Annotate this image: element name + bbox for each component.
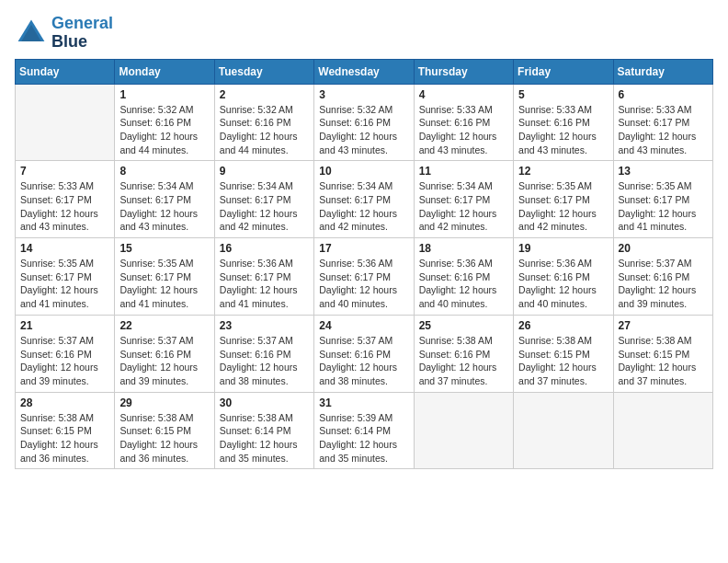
weekday-header-tuesday: Tuesday [214, 59, 313, 84]
calendar-cell: 21Sunrise: 5:37 AM Sunset: 6:16 PM Dayli… [16, 315, 115, 392]
calendar-cell: 22Sunrise: 5:37 AM Sunset: 6:16 PM Dayli… [115, 315, 214, 392]
cell-info: Sunrise: 5:33 AM Sunset: 6:17 PM Dayligh… [20, 179, 109, 234]
cell-info: Sunrise: 5:34 AM Sunset: 6:17 PM Dayligh… [319, 179, 408, 234]
weekday-header-sunday: Sunday [16, 59, 115, 84]
calendar-cell: 25Sunrise: 5:38 AM Sunset: 6:16 PM Dayli… [414, 315, 513, 392]
day-number: 19 [518, 242, 608, 255]
calendar-week-5: 28Sunrise: 5:38 AM Sunset: 6:15 PM Dayli… [16, 392, 713, 469]
calendar-cell: 19Sunrise: 5:36 AM Sunset: 6:16 PM Dayli… [514, 238, 613, 316]
cell-info: Sunrise: 5:38 AM Sunset: 6:14 PM Dayligh… [220, 411, 309, 465]
cell-info: Sunrise: 5:36 AM Sunset: 6:16 PM Dayligh… [419, 257, 508, 311]
cell-info: Sunrise: 5:37 AM Sunset: 6:16 PM Dayligh… [220, 334, 309, 388]
cell-info: Sunrise: 5:37 AM Sunset: 6:16 PM Dayligh… [20, 334, 109, 388]
calendar-cell [16, 84, 115, 161]
weekday-header-thursday: Thursday [414, 59, 513, 84]
calendar-week-2: 7Sunrise: 5:33 AM Sunset: 6:17 PM Daylig… [16, 161, 713, 238]
cell-info: Sunrise: 5:32 AM Sunset: 6:16 PM Dayligh… [319, 103, 408, 157]
day-number: 21 [20, 319, 109, 332]
day-number: 20 [619, 242, 708, 255]
cell-info: Sunrise: 5:34 AM Sunset: 6:17 PM Dayligh… [220, 179, 309, 234]
calendar-cell: 26Sunrise: 5:38 AM Sunset: 6:15 PM Dayli… [514, 315, 613, 392]
day-number: 16 [220, 242, 309, 255]
calendar-cell: 14Sunrise: 5:35 AM Sunset: 6:17 PM Dayli… [16, 238, 115, 316]
calendar-cell: 1Sunrise: 5:32 AM Sunset: 6:16 PM Daylig… [115, 84, 214, 161]
calendar-cell: 27Sunrise: 5:38 AM Sunset: 6:15 PM Dayli… [613, 315, 712, 392]
calendar-cell: 16Sunrise: 5:36 AM Sunset: 6:17 PM Dayli… [214, 238, 313, 316]
day-number: 7 [20, 165, 109, 178]
calendar-week-1: 1Sunrise: 5:32 AM Sunset: 6:16 PM Daylig… [16, 84, 713, 161]
calendar-cell: 28Sunrise: 5:38 AM Sunset: 6:15 PM Dayli… [16, 392, 115, 469]
day-number: 22 [119, 319, 209, 332]
cell-info: Sunrise: 5:36 AM Sunset: 6:17 PM Dayligh… [319, 257, 408, 311]
day-number: 4 [419, 88, 508, 101]
cell-info: Sunrise: 5:32 AM Sunset: 6:16 PM Dayligh… [119, 103, 209, 157]
calendar-cell: 18Sunrise: 5:36 AM Sunset: 6:16 PM Dayli… [414, 238, 513, 316]
cell-info: Sunrise: 5:33 AM Sunset: 6:16 PM Dayligh… [518, 103, 608, 157]
cell-info: Sunrise: 5:34 AM Sunset: 6:17 PM Dayligh… [119, 179, 209, 234]
cell-info: Sunrise: 5:38 AM Sunset: 6:15 PM Dayligh… [20, 411, 109, 465]
calendar-cell: 11Sunrise: 5:34 AM Sunset: 6:17 PM Dayli… [414, 161, 513, 238]
calendar-cell: 24Sunrise: 5:37 AM Sunset: 6:16 PM Dayli… [314, 315, 414, 392]
calendar-week-4: 21Sunrise: 5:37 AM Sunset: 6:16 PM Dayli… [16, 315, 713, 392]
cell-info: Sunrise: 5:36 AM Sunset: 6:16 PM Dayligh… [518, 257, 608, 311]
calendar-cell: 23Sunrise: 5:37 AM Sunset: 6:16 PM Dayli… [214, 315, 313, 392]
day-number: 15 [119, 242, 209, 255]
cell-info: Sunrise: 5:38 AM Sunset: 6:15 PM Dayligh… [518, 334, 608, 388]
cell-info: Sunrise: 5:35 AM Sunset: 6:17 PM Dayligh… [619, 179, 708, 234]
cell-info: Sunrise: 5:38 AM Sunset: 6:16 PM Dayligh… [419, 334, 508, 388]
day-number: 9 [220, 165, 309, 178]
calendar-cell: 30Sunrise: 5:38 AM Sunset: 6:14 PM Dayli… [214, 392, 313, 469]
weekday-header-saturday: Saturday [613, 59, 712, 84]
cell-info: Sunrise: 5:38 AM Sunset: 6:15 PM Dayligh… [619, 334, 708, 388]
day-number: 13 [619, 165, 708, 178]
calendar-cell: 13Sunrise: 5:35 AM Sunset: 6:17 PM Dayli… [613, 161, 712, 238]
day-number: 26 [518, 319, 608, 332]
cell-info: Sunrise: 5:35 AM Sunset: 6:17 PM Dayligh… [119, 257, 209, 311]
day-number: 18 [419, 242, 508, 255]
day-number: 11 [419, 165, 508, 178]
calendar-cell: 2Sunrise: 5:32 AM Sunset: 6:16 PM Daylig… [214, 84, 313, 161]
calendar-cell: 29Sunrise: 5:38 AM Sunset: 6:15 PM Dayli… [115, 392, 214, 469]
cell-info: Sunrise: 5:39 AM Sunset: 6:14 PM Dayligh… [319, 411, 408, 465]
day-number: 28 [20, 396, 109, 409]
day-number: 1 [119, 88, 209, 101]
calendar-cell: 12Sunrise: 5:35 AM Sunset: 6:17 PM Dayli… [514, 161, 613, 238]
calendar-cell: 15Sunrise: 5:35 AM Sunset: 6:17 PM Dayli… [115, 238, 214, 316]
calendar-week-3: 14Sunrise: 5:35 AM Sunset: 6:17 PM Dayli… [16, 238, 713, 316]
day-number: 30 [220, 396, 309, 409]
day-number: 5 [518, 88, 608, 101]
day-number: 23 [220, 319, 309, 332]
cell-info: Sunrise: 5:35 AM Sunset: 6:17 PM Dayligh… [518, 179, 608, 234]
calendar-cell: 10Sunrise: 5:34 AM Sunset: 6:17 PM Dayli… [314, 161, 414, 238]
logo-text: General Blue [51, 15, 113, 52]
weekday-header-friday: Friday [514, 59, 613, 84]
cell-info: Sunrise: 5:35 AM Sunset: 6:17 PM Dayligh… [20, 257, 109, 311]
calendar-cell: 4Sunrise: 5:33 AM Sunset: 6:16 PM Daylig… [414, 84, 513, 161]
cell-info: Sunrise: 5:36 AM Sunset: 6:17 PM Dayligh… [220, 257, 309, 311]
cell-info: Sunrise: 5:38 AM Sunset: 6:15 PM Dayligh… [119, 411, 209, 465]
calendar-cell [613, 392, 712, 469]
calendar-table: SundayMondayTuesdayWednesdayThursdayFrid… [15, 59, 713, 470]
day-number: 17 [319, 242, 408, 255]
calendar-cell: 6Sunrise: 5:33 AM Sunset: 6:17 PM Daylig… [613, 84, 712, 161]
cell-info: Sunrise: 5:32 AM Sunset: 6:16 PM Dayligh… [220, 103, 309, 157]
day-number: 8 [119, 165, 209, 178]
calendar-cell: 9Sunrise: 5:34 AM Sunset: 6:17 PM Daylig… [214, 161, 313, 238]
calendar-cell [514, 392, 613, 469]
logo-icon [15, 17, 48, 50]
calendar-cell: 8Sunrise: 5:34 AM Sunset: 6:17 PM Daylig… [115, 161, 214, 238]
day-number: 29 [119, 396, 209, 409]
calendar-cell: 31Sunrise: 5:39 AM Sunset: 6:14 PM Dayli… [314, 392, 414, 469]
day-number: 12 [518, 165, 608, 178]
calendar-cell: 7Sunrise: 5:33 AM Sunset: 6:17 PM Daylig… [16, 161, 115, 238]
logo: General Blue [15, 15, 113, 52]
calendar-cell: 3Sunrise: 5:32 AM Sunset: 6:16 PM Daylig… [314, 84, 414, 161]
cell-info: Sunrise: 5:37 AM Sunset: 6:16 PM Dayligh… [119, 334, 209, 388]
calendar-cell: 20Sunrise: 5:37 AM Sunset: 6:16 PM Dayli… [613, 238, 712, 316]
day-number: 10 [319, 165, 408, 178]
weekday-header-wednesday: Wednesday [314, 59, 414, 84]
page-header: General Blue [15, 15, 713, 52]
day-number: 14 [20, 242, 109, 255]
day-number: 6 [619, 88, 708, 101]
day-number: 25 [419, 319, 508, 332]
